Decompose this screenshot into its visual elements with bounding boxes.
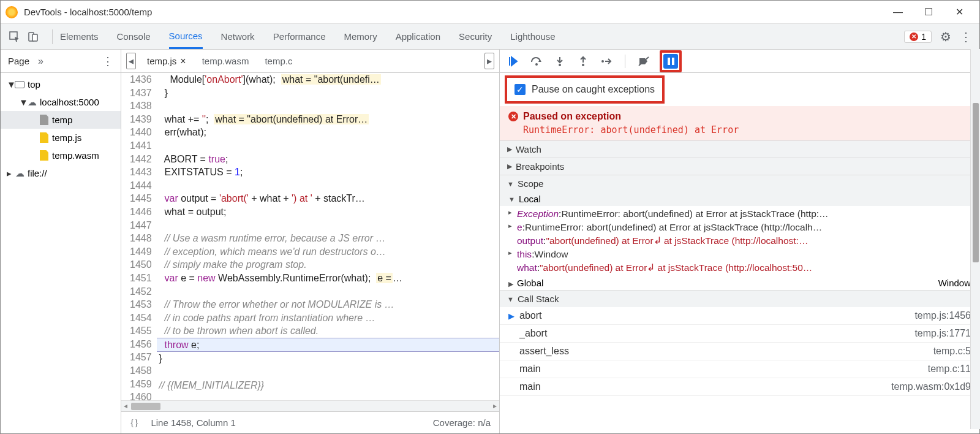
more-menu-icon[interactable]: ⋮ (960, 29, 972, 44)
frame-location: temp.wasm:0x1d9 (891, 381, 971, 392)
scope-header[interactable]: ▼Scope (500, 175, 979, 192)
main-tab-security[interactable]: Security (459, 24, 492, 49)
horizontal-scrollbar[interactable]: ◂▸ (121, 400, 499, 411)
main-tab-application[interactable]: Application (396, 24, 440, 49)
frame-function: _abort (519, 328, 914, 339)
collapse-icon: ▼ (507, 295, 514, 303)
code-lines[interactable]: Module['onAbort'](what); what = "abort(u… (157, 73, 499, 400)
coverage-label: Coverage: n/a (433, 417, 491, 428)
watch-header[interactable]: ▶Watch (500, 141, 979, 158)
cloud-icon: ☁ (26, 97, 37, 108)
resume-button[interactable] (506, 54, 521, 69)
callstack-header[interactable]: ▼Call Stack (500, 291, 979, 307)
file-tree-label: temp.wasm (52, 150, 99, 161)
scope-variable-row[interactable]: output: "abort(undefined) at Error↲ at j… (500, 234, 979, 248)
step-out-button[interactable] (576, 54, 590, 69)
file-tree-label: temp.js (52, 132, 81, 143)
editor-statusbar: {} Line 1458, Column 1 Coverage: n/a (121, 411, 499, 433)
file-tree-item[interactable]: ▼☁localhost:5000 (1, 93, 121, 111)
tree-twist-icon: ▼ (19, 97, 26, 107)
exception-message: ✕Paused on exception RuntimeError: abort… (500, 106, 979, 141)
main-tab-lighthouse[interactable]: Lighthouse (510, 24, 555, 49)
breakpoints-header[interactable]: ▶Breakpoints (500, 158, 979, 175)
main-tab-sources[interactable]: Sources (169, 24, 203, 49)
svg-point-4 (559, 64, 561, 66)
svg-point-6 (601, 60, 604, 63)
error-count-badge[interactable]: ✕ 1 (904, 31, 932, 43)
callstack-frame[interactable]: maintemp.wasm:0x1d9 (500, 378, 979, 396)
scope-local-header[interactable]: ▼Local (500, 192, 979, 206)
file-tree-label: top (28, 79, 40, 89)
file-tree-label: file:// (28, 168, 47, 178)
step-over-button[interactable] (529, 54, 544, 69)
main-tab-console[interactable]: Console (117, 24, 151, 49)
window-maximize-button[interactable]: ☐ (913, 1, 944, 24)
main-toolbar: ElementsConsoleSourcesNetworkPerformance… (1, 24, 979, 50)
main-tab-memory[interactable]: Memory (344, 24, 377, 49)
deactivate-breakpoints-button[interactable] (636, 54, 651, 69)
file-tree-item[interactable]: temp (1, 111, 121, 129)
file-tree-item[interactable]: temp.wasm (1, 147, 121, 164)
step-button[interactable] (599, 54, 614, 69)
frame-location: temp.js:1456 (914, 310, 971, 321)
device-toolbar-icon[interactable] (26, 30, 40, 44)
frame-function: main (519, 381, 891, 392)
inspect-element-icon[interactable] (8, 30, 21, 44)
toolbar-separator (52, 29, 53, 44)
expand-icon: ▶ (507, 162, 512, 170)
code-view[interactable]: 1436143714381439144014411442144314441445… (121, 73, 499, 400)
navigator-more-tabs-icon[interactable]: » (38, 56, 43, 67)
svg-point-5 (582, 64, 584, 66)
editor-tab[interactable]: temp.wasm (202, 56, 249, 66)
debugger-toolbar (500, 50, 979, 73)
scope-global-value: Window (938, 278, 971, 288)
callstack-body: ▶aborttemp.js:1456_aborttemp.js:1771asse… (500, 307, 979, 396)
navigator-tab-label[interactable]: Page (8, 56, 29, 66)
file-tree-item[interactable]: temp.js (1, 129, 121, 147)
navigator-kebab-icon[interactable]: ⋮ (102, 55, 113, 68)
settings-gear-icon[interactable]: ⚙ (940, 29, 951, 44)
file-icon (39, 132, 50, 143)
callstack-frame[interactable]: _aborttemp.js:1771 (500, 325, 979, 343)
editor-tab[interactable]: temp.c (265, 56, 292, 66)
error-circle-icon: ✕ (508, 112, 518, 121)
callstack-frame[interactable]: maintemp.c:11 (500, 360, 979, 378)
close-tab-icon[interactable]: × (180, 56, 186, 67)
file-tree: ▼top▼☁localhost:5000temptemp.jstemp.wasm… (1, 73, 121, 433)
scope-variable-row[interactable]: ▸this: Window (500, 248, 979, 261)
callstack-frame[interactable]: ▶aborttemp.js:1456 (500, 307, 979, 325)
window-minimize-button[interactable]: — (883, 1, 913, 24)
pause-on-exceptions-button[interactable] (663, 54, 678, 69)
main-tab-performance[interactable]: Performance (273, 24, 326, 49)
nav-history-icon[interactable]: ◂ (126, 53, 136, 69)
file-icon (39, 115, 50, 126)
pause-caught-label: Pause on caught exceptions (532, 84, 655, 95)
frame-location: temp.c:11 (928, 364, 971, 375)
scope-variable-row[interactable]: ▸e: RuntimeError: abort(undefined) at Er… (500, 221, 979, 234)
braces-icon[interactable]: {} (130, 417, 138, 428)
devtools-logo-icon (6, 6, 18, 18)
scope-section: ▼Scope ▼Local ▸Exception: RuntimeError: … (500, 175, 979, 291)
pause-caught-checkbox[interactable]: ✓ (514, 84, 526, 95)
window-close-button[interactable]: ✕ (944, 1, 974, 24)
file-tree-item[interactable]: ▸☁file:// (1, 164, 121, 182)
main-tab-network[interactable]: Network (221, 24, 255, 49)
tree-twist-icon: ▼ (7, 79, 14, 89)
scope-variable-row[interactable]: what: "abort(undefined) at Error↲ at jsS… (500, 261, 979, 275)
vertical-scrollbar[interactable] (970, 49, 980, 429)
frame-function: main (519, 364, 928, 375)
error-count: 1 (921, 32, 926, 42)
file-tree-item[interactable]: ▼top (1, 75, 121, 93)
main-tab-elements[interactable]: Elements (60, 24, 99, 49)
scope-variable-row[interactable]: ▸Exception: RuntimeError: abort(undefine… (500, 207, 979, 221)
callstack-section: ▼Call Stack ▶aborttemp.js:1456_aborttemp… (500, 291, 979, 396)
editor-tab[interactable]: temp.js × (147, 56, 186, 67)
callstack-frame[interactable]: assert_lesstemp.c:5 (500, 343, 979, 360)
main-tabs: ElementsConsoleSourcesNetworkPerformance… (60, 24, 556, 49)
cursor-position: Line 1458, Column 1 (151, 417, 235, 428)
line-gutter: 1436143714381439144014411442144314441445… (121, 73, 157, 400)
scope-global-row[interactable]: ▶Global Window (500, 276, 979, 290)
pretty-print-icon[interactable]: ▸ (484, 53, 494, 69)
step-into-button[interactable] (552, 54, 567, 69)
breakpoints-section: ▶Breakpoints (500, 158, 979, 175)
